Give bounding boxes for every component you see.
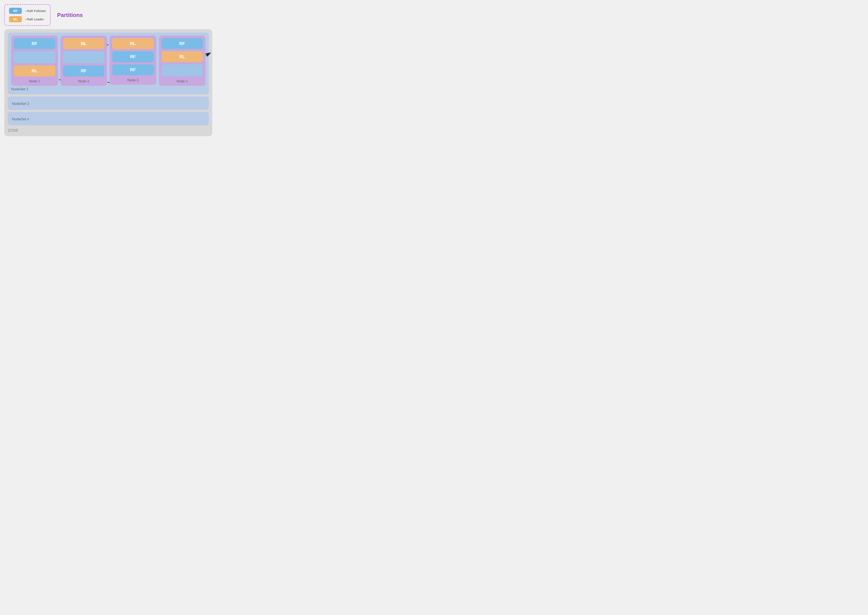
node1-card: RF RL Node 1 xyxy=(11,36,58,86)
partitions-label: Partitions xyxy=(57,12,83,19)
nodeset2-label: NodeSet 2 xyxy=(12,101,204,106)
rl-label: --Raft Leader xyxy=(25,17,44,21)
node1-label: Node 1 xyxy=(29,80,40,83)
zone-label: ZONE xyxy=(8,128,209,133)
noden-partition-rl: RL xyxy=(162,51,203,62)
nodesetn-row: NodeSet n xyxy=(8,112,209,125)
zone-container: Heart Beat xyxy=(4,29,212,136)
legend-item-rl: RL --Raft Leader xyxy=(9,16,46,22)
nodeset2-row: NodeSet 2 xyxy=(8,97,209,110)
node2-card: RL RF Node 2 xyxy=(61,36,107,86)
noden-partition-empty xyxy=(162,64,203,76)
rf-label: --Raft Follower xyxy=(25,9,46,12)
legend-item-rf: RF --Raft Follower xyxy=(9,8,46,14)
nodeset1-label: NodeSet 1 xyxy=(11,87,206,91)
node2-label: Node 2 xyxy=(78,80,89,83)
node1-partition-empty xyxy=(14,51,55,63)
node2-partition-empty xyxy=(63,51,104,63)
legend-row: RF --Raft Follower RL --Raft Leader Part… xyxy=(4,4,212,26)
nodes-flex: RF RL Node 1 RL RF Node 2 RL xyxy=(11,36,206,86)
node3-partition-rf2: RF xyxy=(112,64,154,75)
node3-card: RL RF RF Node 3 xyxy=(109,36,156,85)
noden-label: Node n xyxy=(176,80,188,83)
node3-partition-rl: RL xyxy=(112,38,154,49)
nodeset1-row: Heart Beat xyxy=(8,33,209,94)
node2-partition-rl: RL xyxy=(63,38,104,49)
node3-label: Node 3 xyxy=(127,78,139,82)
rf-badge: RF xyxy=(9,8,22,14)
nodeset1-svg-wrapper: Heart Beat xyxy=(11,36,206,86)
page-wrapper: RF --Raft Follower RL --Raft Leader Part… xyxy=(4,4,212,136)
node2-partition-rf: RF xyxy=(63,66,104,76)
nodesetn-label: NodeSet n xyxy=(12,117,204,122)
rl-badge: RL xyxy=(9,16,22,22)
noden-partition-rf: RF xyxy=(162,38,203,49)
legend-box: RF --Raft Follower RL --Raft Leader xyxy=(4,4,51,26)
node3-partition-rf1: RF xyxy=(112,51,154,62)
noden-card: RF RL Node n xyxy=(159,36,206,86)
node1-partition-rf: RF xyxy=(14,38,55,49)
node1-partition-rl: RL xyxy=(14,66,55,76)
